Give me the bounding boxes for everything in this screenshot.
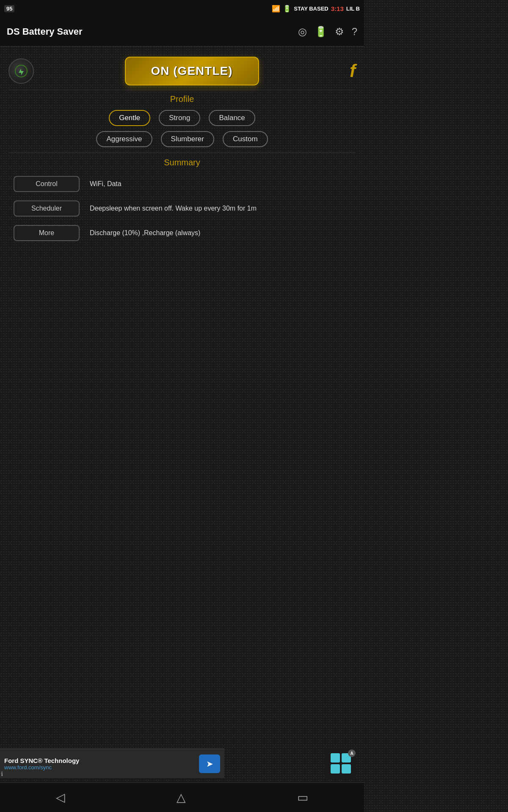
main-content: ON (GENTLE) f Profile Gentle Strong Bala… <box>0 47 364 250</box>
control-value: WiFi, Data <box>90 180 121 187</box>
table-row: Scheduler Deepsleep when screen off. Wak… <box>8 196 356 221</box>
ad-info-icon: ℹ <box>1 771 3 777</box>
bottom-nav: ◁ △ ▭ <box>0 782 364 812</box>
more-label-cell: More <box>8 221 85 245</box>
scheduler-label-cell: Scheduler <box>8 196 85 221</box>
ad-banner: ℹ Ford SYNC® Technology www.ford.com/syn… <box>0 749 224 778</box>
ad-text: Ford SYNC® Technology www.ford.com/sync <box>4 757 79 771</box>
divider-1 <box>8 90 356 90</box>
profile-gentle-btn[interactable]: Gentle <box>109 110 150 126</box>
top-icons: ◎ 🔋 ⚙ ? <box>298 26 357 38</box>
grid-cell-3 <box>331 764 340 774</box>
profile-row-1: Gentle Strong Balance <box>8 110 356 126</box>
grid-cell-1 <box>331 753 340 763</box>
summary-table: Control WiFi, Data Scheduler Deepsleep w… <box>8 172 356 245</box>
status-bar: 95 📶 🔋 STAY BASED 3:13 LIL B <box>0 0 364 17</box>
summary-section: Summary Control WiFi, Data Scheduler Dee… <box>8 158 356 245</box>
grid-inner <box>331 753 351 774</box>
profile-balance-btn[interactable]: Balance <box>209 110 255 126</box>
profile-slumberer-btn[interactable]: Slumberer <box>161 131 214 147</box>
battery-circle-icon[interactable] <box>8 58 34 84</box>
table-row: More Discharge (10%) ,Recharge (always) <box>8 221 356 245</box>
app-title: DS Battery Saver <box>7 26 83 37</box>
summary-title: Summary <box>8 158 356 167</box>
profile-title: Profile <box>8 94 356 104</box>
ad-arrow-button[interactable]: ➤ <box>199 754 220 773</box>
control-label[interactable]: Control <box>14 176 80 192</box>
control-value-cell: WiFi, Data <box>85 172 356 196</box>
more-value: Discharge (10%) ,Recharge (always) <box>90 229 200 236</box>
scheduler-label[interactable]: Scheduler <box>14 200 80 217</box>
profile-strong-btn[interactable]: Strong <box>159 110 200 126</box>
home-button[interactable]: △ <box>177 790 186 804</box>
top-bar: DS Battery Saver ◎ 🔋 ⚙ ? <box>0 17 364 47</box>
profile-aggressive-btn[interactable]: Aggressive <box>96 131 152 147</box>
hero-row: ON (GENTLE) f <box>8 57 356 85</box>
app-grid-icon[interactable]: A <box>326 749 356 778</box>
grid-badge: A <box>348 749 356 757</box>
wifi-icon: 📶 <box>272 5 280 13</box>
status-stay-text: STAY BASED <box>294 5 328 12</box>
scheduler-value-cell: Deepsleep when screen off. Wake up every… <box>85 196 356 221</box>
back-button[interactable]: ◁ <box>56 790 65 804</box>
status-left: 95 <box>4 5 14 12</box>
ad-url[interactable]: www.ford.com/sync <box>4 764 79 771</box>
profile-custom-btn[interactable]: Custom <box>223 131 268 147</box>
more-label[interactable]: More <box>14 225 80 241</box>
table-row: Control WiFi, Data <box>8 172 356 196</box>
facebook-icon[interactable]: f <box>350 61 356 81</box>
more-value-cell: Discharge (10%) ,Recharge (always) <box>85 221 356 245</box>
help-icon[interactable]: ? <box>352 26 357 38</box>
scheduler-value: Deepsleep when screen off. Wake up every… <box>90 205 257 212</box>
ad-title: Ford SYNC® Technology <box>4 757 79 764</box>
divider-2 <box>8 152 356 153</box>
control-label-cell: Control <box>8 172 85 196</box>
profile-section: Profile Gentle Strong Balance Aggressive… <box>8 94 356 147</box>
status-name-text: LIL B <box>346 5 360 12</box>
settings-icon[interactable]: ⚙ <box>335 26 344 38</box>
grid-cell-4 <box>342 764 351 774</box>
status-time-text: 3:13 <box>331 5 344 12</box>
profile-row-2: Aggressive Slumberer Custom <box>8 131 356 147</box>
battery-icon: 🔋 <box>283 5 291 13</box>
status-right: 📶 🔋 STAY BASED 3:13 LIL B <box>272 5 360 13</box>
on-gentle-button[interactable]: ON (GENTLE) <box>125 57 259 85</box>
profile-icon[interactable]: ◎ <box>298 26 307 38</box>
recent-button[interactable]: ▭ <box>297 790 308 804</box>
battery-status-icon[interactable]: 🔋 <box>315 26 327 38</box>
battery-percent: 95 <box>4 5 14 12</box>
